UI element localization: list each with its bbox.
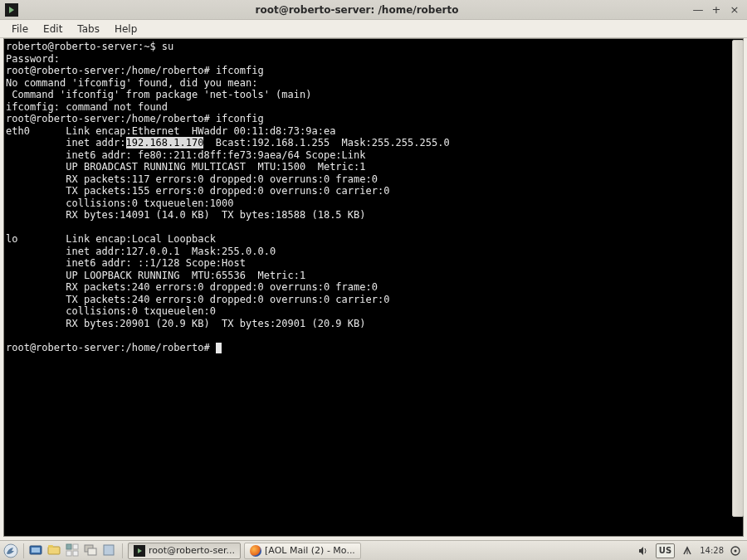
svg-rect-2 bbox=[32, 548, 40, 553]
terminal-window: root@roberto-server: /home/roberto — + ×… bbox=[0, 0, 747, 540]
window-list-icon[interactable] bbox=[84, 543, 99, 558]
volume-icon[interactable] bbox=[637, 543, 649, 558]
terminal-app-icon bbox=[5, 3, 18, 17]
svg-rect-4 bbox=[48, 545, 53, 548]
start-menu-button[interactable] bbox=[3, 543, 18, 558]
taskbar-separator bbox=[122, 543, 123, 558]
network-icon[interactable] bbox=[681, 543, 693, 558]
menubar: File Edit Tabs Help bbox=[0, 20, 747, 38]
window-title: root@roberto-server: /home/roberto bbox=[22, 4, 692, 16]
svg-rect-8 bbox=[73, 551, 78, 556]
maximize-button[interactable]: + bbox=[710, 4, 722, 16]
quicklaunch-icon[interactable] bbox=[102, 543, 117, 558]
show-desktop-icon[interactable] bbox=[29, 543, 44, 558]
session-menu-icon[interactable] bbox=[730, 543, 740, 558]
taskbar-task-label: [AOL Mail (2) - Mo... bbox=[265, 545, 355, 556]
terminal-viewport[interactable]: roberto@roberto-server:~$ su Password: r… bbox=[3, 38, 744, 537]
svg-rect-10 bbox=[88, 548, 96, 555]
taskbar-task-browser[interactable]: [AOL Mail (2) - Mo... bbox=[244, 543, 361, 559]
keyboard-layout-indicator[interactable]: US bbox=[656, 543, 675, 558]
terminal-output[interactable]: roberto@roberto-server:~$ su Password: r… bbox=[6, 41, 741, 353]
taskbar-task-label: root@roberto-ser... bbox=[149, 545, 235, 556]
taskbar: root@roberto-ser... [AOL Mail (2) - Mo..… bbox=[0, 540, 747, 560]
file-manager-icon[interactable] bbox=[47, 543, 62, 558]
workspace-switcher-icon[interactable] bbox=[66, 543, 81, 558]
menu-help[interactable]: Help bbox=[108, 22, 144, 37]
svg-rect-7 bbox=[66, 551, 71, 556]
menu-edit[interactable]: Edit bbox=[37, 22, 69, 37]
terminal-cursor bbox=[216, 343, 222, 353]
clock[interactable]: 14:28 bbox=[700, 543, 724, 558]
taskbar-separator bbox=[23, 543, 24, 558]
firefox-icon bbox=[250, 545, 261, 557]
svg-rect-6 bbox=[73, 544, 78, 549]
svg-rect-5 bbox=[66, 544, 71, 549]
minimize-button[interactable]: — bbox=[692, 4, 704, 16]
svg-rect-3 bbox=[48, 547, 60, 554]
taskbar-task-terminal[interactable]: root@roberto-ser... bbox=[128, 543, 241, 559]
titlebar[interactable]: root@roberto-server: /home/roberto — + × bbox=[0, 0, 747, 20]
svg-rect-11 bbox=[104, 545, 114, 555]
svg-point-13 bbox=[735, 549, 737, 552]
highlighted-ip[interactable]: 192.168.1.170 bbox=[126, 137, 204, 149]
menu-file[interactable]: File bbox=[5, 22, 35, 37]
close-button[interactable]: × bbox=[729, 4, 740, 16]
terminal-scrollbar[interactable] bbox=[732, 40, 744, 517]
terminal-icon bbox=[134, 545, 145, 557]
system-tray: US 14:28 bbox=[637, 543, 744, 558]
menu-tabs[interactable]: Tabs bbox=[71, 22, 106, 37]
